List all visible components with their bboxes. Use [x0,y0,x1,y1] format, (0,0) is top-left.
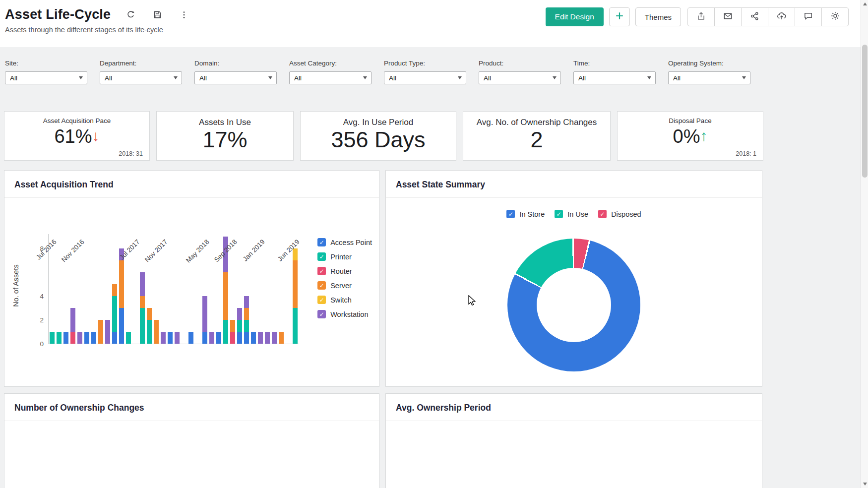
comments-button[interactable] [795,7,822,26]
filter-site: Site:All [5,60,87,84]
selected-value: All [578,74,586,82]
vertical-scrollbar [861,0,868,488]
bar-segment-server [112,284,117,296]
add-button[interactable] [609,7,630,26]
kebab-menu-icon[interactable] [177,8,191,22]
bar-segment-server [230,320,235,332]
filter-select-domain[interactable]: All [194,71,277,84]
legend-label: Disposed [611,210,641,218]
legend-label: Printer [330,253,352,261]
export-button[interactable] [687,7,715,26]
selected-value: All [10,74,17,82]
kpi-card-assets-in-use: Assets In Use17% [156,111,294,161]
bar-segment-access-point [251,332,256,344]
bar-segment-workstation [265,332,270,344]
header-left: Asset Life-Cycle Assets through the diff… [5,7,191,34]
scroll-down-arrow[interactable] [863,483,867,486]
edit-design-button[interactable]: Edit Design [546,7,604,26]
legend-item-disposed: ✓Disposed [598,210,641,218]
filter-select-site[interactable]: All [5,71,87,84]
bar-segment-access-point [84,332,89,344]
filter-label-product: Product: [479,60,561,67]
bar-segment-access-point [244,332,249,344]
trend-up-arrow: ↑ [700,127,707,144]
kpi-number: 17% [202,127,247,152]
legend-checkbox-printer[interactable]: ✓ [317,252,326,261]
selected-value: All [105,74,112,82]
bar-segment-printer [237,320,242,332]
legend-checkbox-in-use[interactable]: ✓ [555,210,563,218]
selected-value: All [294,74,302,82]
bar-segment-printer [147,320,152,344]
charts-row-bottom: Number of Ownership Changes Avg. Ownersh… [4,393,861,488]
email-button[interactable] [714,7,742,26]
kpi-value: 2 [463,128,610,151]
legend-checkbox-in-store[interactable]: ✓ [506,210,515,218]
bar-segment-workstation [105,320,110,344]
legend-checkbox-server[interactable]: ✓ [317,281,326,290]
filter-select-asset-category[interactable]: All [289,71,372,84]
legend-checkbox-disposed[interactable]: ✓ [598,210,607,218]
bar-segment-access-point [216,332,221,344]
bar-segment-server [223,272,228,320]
settings-button[interactable] [821,7,849,26]
kpi-value: 17% [157,128,293,151]
bar-segment-server [244,308,249,320]
chevron-down-icon [174,76,178,79]
scrollbar-thumb[interactable] [862,45,868,178]
panel-title: Avg. Ownership Period [386,394,762,421]
kpi-title: Avg. In Use Period [301,118,456,127]
bar-segment-workstation [202,296,207,332]
bar-segment-access-point [63,332,68,344]
refresh-icon[interactable] [124,8,137,22]
filter-department: Department:All [100,60,182,84]
legend-checkbox-workstation[interactable]: ✓ [317,310,326,318]
bar-segment-printer [57,332,62,344]
filter-select-operating-system[interactable]: All [668,71,750,84]
bar-segment-access-point [112,332,117,344]
page-title: Asset Life-Cycle [5,7,111,22]
filter-select-time[interactable]: All [573,71,656,84]
filter-asset-category: Asset Category:All [289,60,372,84]
chevron-down-icon [458,76,462,79]
legend-checkbox-switch[interactable]: ✓ [317,296,326,304]
legend-checkbox-router[interactable]: ✓ [317,267,326,275]
selected-value: All [389,74,396,82]
legend-label: Switch [330,296,352,304]
charts-row-top: Asset Acquisition Trend No. of Assets 02… [4,170,861,387]
bar-plot-area: 0248Jul 2016Nov 2016Jul 2017Nov 2017May … [48,234,299,344]
share-button[interactable] [741,7,768,26]
filter-select-product-type[interactable]: All [384,71,466,84]
chevron-down-icon [647,76,651,79]
filter-select-department[interactable]: All [100,71,182,84]
gear-icon [830,11,840,23]
kpi-card-asset-acquisition-pace: Asset Acquisition Pace61%↓2018: 31 [4,111,150,161]
selected-value: All [484,74,491,82]
themes-button[interactable]: Themes [635,7,681,26]
y-axis-tick: 2 [34,316,44,324]
bar-segment-workstation [70,308,75,332]
publish-button[interactable] [768,7,795,26]
export-icon [696,11,706,23]
panel-title: Asset State Summary [386,171,762,198]
kpi-value: 0%↑ [618,127,763,147]
legend-item-workstation: ✓Workstation [317,310,372,318]
panel-title: Number of Ownership Changes [4,394,379,421]
legend-item-server: ✓Server [317,281,372,290]
bar-segment-printer [126,332,131,344]
filter-operating-system: Operating System:All [668,60,750,84]
filter-select-product[interactable]: All [479,71,561,84]
panel-asset-state-summary: Asset State Summary ✓In Store✓In Use✓Dis… [385,170,762,387]
legend-item-in-store: ✓In Store [506,210,545,218]
save-icon[interactable] [150,8,164,22]
legend-label: Router [330,267,352,275]
bar-segment-workstation [272,332,277,344]
bar-segment-printer [293,308,298,344]
kpi-title: Disposal Pace [618,117,763,124]
filter-label-department: Department: [100,60,182,67]
filter-bar: Site:AllDepartment:AllDomain:AllAsset Ca… [0,47,861,84]
scroll-up-arrow[interactable] [863,2,867,5]
legend-checkbox-access-point[interactable]: ✓ [317,238,326,246]
kpi-number: 356 Days [331,127,425,152]
kpi-number: 0% [673,126,700,147]
